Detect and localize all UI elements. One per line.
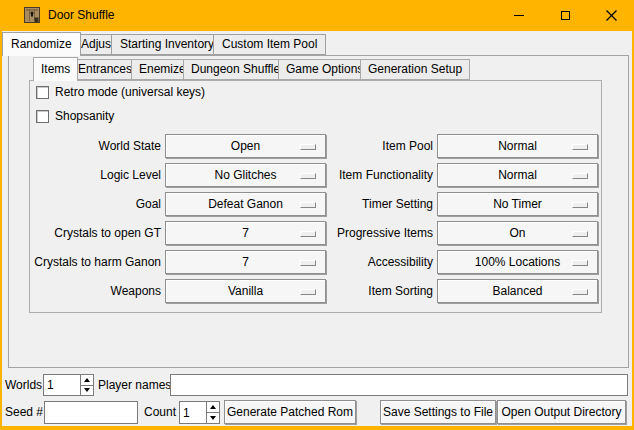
dropdown-value: No Timer xyxy=(493,197,542,211)
checkbox-shopsanity[interactable]: Shopsanity xyxy=(36,109,114,123)
arrow-down-icon xyxy=(210,416,216,420)
door-shuffle-window: Door Shuffle Randomize Adjust Starting I… xyxy=(0,0,634,430)
dropdown-value: 7 xyxy=(242,226,249,240)
worlds-value: 1 xyxy=(44,375,80,395)
accessibility-label: Accessibility xyxy=(300,250,433,274)
progressive-items-label: Progressive Items xyxy=(300,221,433,245)
close-button[interactable] xyxy=(588,0,634,31)
tab-generation-setup[interactable]: Generation Setup xyxy=(360,59,470,80)
close-icon xyxy=(606,10,617,21)
dropdown-value: Defeat Ganon xyxy=(208,197,283,211)
dropdown-value: Balanced xyxy=(492,284,542,298)
dropdown-value: Normal xyxy=(498,168,537,182)
generate-patched-rom-button[interactable]: Generate Patched Rom xyxy=(224,400,356,424)
dropdown-value: 7 xyxy=(242,255,249,269)
seed-label: Seed # xyxy=(5,400,43,424)
item-pool-label: Item Pool xyxy=(300,134,433,158)
open-output-directory-button[interactable]: Open Output Directory xyxy=(497,400,626,424)
window-border xyxy=(0,0,2,430)
crystals-ganon-label: Crystals to harm Ganon xyxy=(15,250,161,274)
checkbox-icon xyxy=(36,86,49,99)
spin-down-button[interactable] xyxy=(81,386,93,396)
window-border xyxy=(0,426,634,430)
minimize-button[interactable] xyxy=(496,0,542,31)
door-icon xyxy=(24,7,40,23)
spin-up-button[interactable] xyxy=(207,402,219,413)
dropdown-indicator-icon xyxy=(572,173,588,179)
dropdown-indicator-icon xyxy=(572,289,588,295)
maximize-icon xyxy=(561,11,570,20)
window-title: Door Shuffle xyxy=(48,0,115,31)
checkbox-icon xyxy=(36,110,49,123)
maximize-button[interactable] xyxy=(542,0,588,31)
dropdown-value: Vanilla xyxy=(228,284,263,298)
minimize-icon xyxy=(514,15,524,16)
arrow-up-icon xyxy=(84,378,90,382)
goal-label: Goal xyxy=(15,192,161,216)
dropdown-value: On xyxy=(509,226,525,240)
dropdown-item-pool[interactable]: Normal xyxy=(437,134,598,158)
titlebar: Door Shuffle xyxy=(0,0,634,31)
seed-input[interactable] xyxy=(44,401,138,424)
tab-game-options[interactable]: Game Options xyxy=(278,59,371,80)
timer-setting-label: Timer Setting xyxy=(300,192,433,216)
count-spinner[interactable]: 1 xyxy=(179,401,220,424)
worlds-label: Worlds xyxy=(5,374,42,396)
checkbox-label: Retro mode (universal keys) xyxy=(55,85,205,99)
tab-items[interactable]: Items xyxy=(33,57,78,81)
dropdown-indicator-icon xyxy=(572,231,588,237)
logic-level-label: Logic Level xyxy=(15,163,161,187)
dropdown-indicator-icon xyxy=(572,144,588,150)
tab-dungeon-shuffle[interactable]: Dungeon Shuffle xyxy=(183,59,288,80)
player-names-input[interactable] xyxy=(170,374,628,396)
tab-starting-inventory[interactable]: Starting Inventory xyxy=(111,34,223,55)
dropdown-value: Normal xyxy=(498,139,537,153)
count-value: 1 xyxy=(180,402,206,423)
dropdown-value: No Glitches xyxy=(214,168,276,182)
dropdown-indicator-icon xyxy=(572,202,588,208)
save-settings-button[interactable]: Save Settings to File xyxy=(380,400,496,424)
player-names-label: Player names xyxy=(98,374,171,396)
dropdown-value: Open xyxy=(231,139,260,153)
checkbox-label: Shopsanity xyxy=(55,109,114,123)
weapons-label: Weapons xyxy=(15,279,161,303)
tab-entrances[interactable]: Entrances xyxy=(70,59,140,80)
arrow-down-icon xyxy=(84,388,90,392)
arrow-up-icon xyxy=(210,405,216,409)
tab-custom-item-pool[interactable]: Custom Item Pool xyxy=(213,34,326,55)
item-sorting-label: Item Sorting xyxy=(300,279,433,303)
dropdown-progressive-items[interactable]: On xyxy=(437,221,598,245)
count-label: Count xyxy=(144,400,176,424)
dropdown-value: 100% Locations xyxy=(475,255,560,269)
crystals-gt-label: Crystals to open GT xyxy=(15,221,161,245)
spinner-arrows xyxy=(80,375,93,395)
item-functionality-label: Item Functionality xyxy=(300,163,433,187)
world-state-label: World State xyxy=(15,134,161,158)
dropdown-item-functionality[interactable]: Normal xyxy=(437,163,598,187)
worlds-spinner[interactable]: 1 xyxy=(43,374,94,396)
checkbox-retro-mode[interactable]: Retro mode (universal keys) xyxy=(36,85,205,99)
dropdown-item-sorting[interactable]: Balanced xyxy=(437,279,598,303)
dropdown-accessibility[interactable]: 100% Locations xyxy=(437,250,598,274)
dropdown-timer-setting[interactable]: No Timer xyxy=(437,192,598,216)
spin-up-button[interactable] xyxy=(81,375,93,386)
tab-randomize[interactable]: Randomize xyxy=(2,32,81,56)
dropdown-indicator-icon xyxy=(572,260,588,266)
spin-down-button[interactable] xyxy=(207,413,219,423)
spinner-arrows xyxy=(206,402,219,423)
